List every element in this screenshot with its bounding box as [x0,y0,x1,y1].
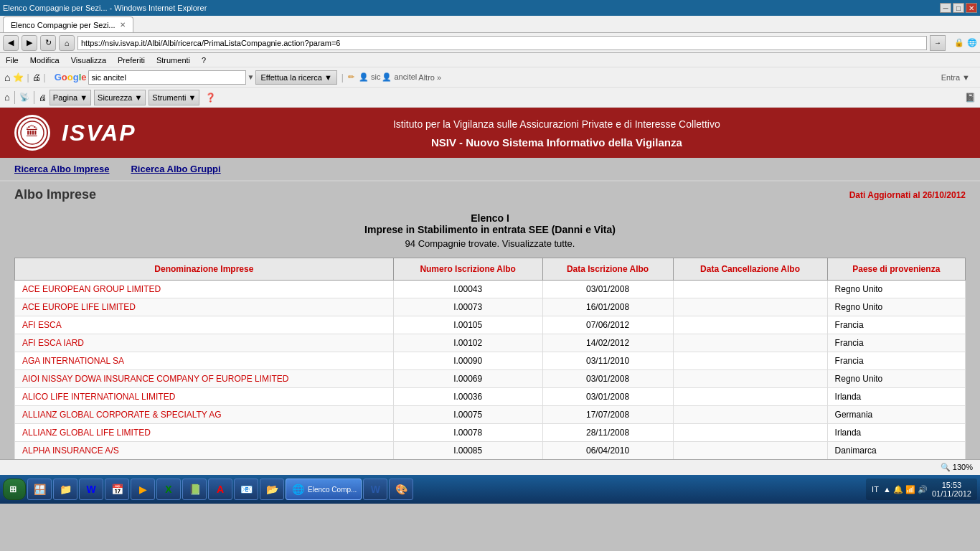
url-input[interactable] [77,36,927,50]
company-name-cell[interactable]: ACE EUROPE LIFE LIMITED [15,298,394,316]
col-header-number: Numero Iscrizione Albo [393,258,542,281]
taskbar-app-explorer[interactable]: 📁 [53,479,77,500]
maximize-button[interactable]: □ [953,3,964,13]
tab-bar: Elenco Compagnie per Sezi... ✕ [0,16,980,33]
company-name-cell[interactable]: ALLIANZ GLOBAL LIFE LIMITED [15,424,394,442]
help-icon[interactable]: ❓ [205,93,216,103]
taskbar-app-paint[interactable]: 🎨 [389,479,413,500]
registration-number-cell: I.00075 [393,406,542,424]
close-button[interactable]: ✕ [966,3,977,13]
tab-close-button[interactable]: ✕ [120,21,126,29]
company-name-cell[interactable]: AFI ESCA [15,316,394,334]
google-search-input[interactable] [88,70,246,85]
go-button[interactable]: → [930,35,946,51]
taskbar-app-windows[interactable]: 🪟 [27,479,52,500]
dropdown-icon[interactable]: ▼ [248,73,255,81]
isvap-title-right: Istituto per la Vigilanza sulle Assicura… [148,117,966,149]
toolbar-print-icon[interactable]: 🖨 [39,93,47,102]
country-cell: Regno Unito [827,298,965,316]
minimize-button[interactable]: ─ [940,3,951,13]
taskbar-app-ie-active[interactable]: 🌐 Elenco Comp... [286,479,362,500]
taskbar-icon-word: W [84,482,98,496]
date-in-cell: 03/01/2008 [542,281,673,298]
table-row: ALLIANZ GLOBAL LIFE LIMITEDI.0007828/11/… [15,424,966,442]
date-out-cell [673,298,827,316]
google-logo: Google [55,72,87,83]
menu-visualizza[interactable]: Visualizza [68,55,109,66]
taskbar-icon-outlook: 📧 [239,482,253,496]
forward-button[interactable]: ▶ [22,35,37,51]
altro-link[interactable]: Altro » [418,73,441,82]
table-row: AGA INTERNATIONAL SAI.0009003/11/2010Fra… [15,352,966,370]
tray-time-value: 15:53 [932,481,971,489]
date-out-cell [673,281,827,298]
date-out-cell [673,316,827,334]
separator2: | [44,72,46,83]
col-header-date-in: Data Iscrizione Albo [542,258,673,281]
taskbar-app-excel2[interactable]: 📗 [182,479,207,500]
date-in-cell: 03/01/2008 [542,388,673,406]
registration-number-cell: I.00085 [393,442,542,460]
tray-clock: 15:53 01/11/2012 [932,481,971,498]
toolbar-sep2 [34,91,34,104]
nav-ricerca-albo-imprese[interactable]: Ricerca Albo Imprese [14,164,109,174]
menu-preferiti[interactable]: Preferiti [115,55,148,66]
company-table: Denominazione Imprese Numero Iscrizione … [14,258,966,459]
table-row: AFI ESCA IARDI.0010214/02/2012Francia [15,334,966,352]
company-name-cell[interactable]: ACE EUROPEAN GROUP LIMITED [15,281,394,298]
home-icon[interactable]: ⌂ [4,72,10,83]
company-name-cell[interactable]: AIOI NISSAY DOWA INSURANCE COMPANY OF EU… [15,370,394,388]
pagina-button[interactable]: Pagina ▼ [50,90,91,105]
country-cell: Regno Unito [827,281,965,298]
date-out-cell [673,388,827,406]
company-name-cell[interactable]: ALLIANZ GLOBAL CORPORATE & SPECIALTY AG [15,406,394,424]
entra-link[interactable]: Entra ▼ [941,73,970,82]
company-name-cell[interactable]: AGA INTERNATIONAL SA [15,352,394,370]
ie-icon: 🌐 [967,38,977,47]
taskbar-icon-paint: 🎨 [394,482,408,496]
taskbar-icon-files: 📂 [265,482,279,496]
taskbar-app-outlook[interactable]: 📧 [234,479,258,500]
start-button[interactable]: ⊞ [3,479,26,500]
notebook-icon[interactable]: 📓 [965,93,976,103]
nav-ricerca-albo-gruppi[interactable]: Ricerca Albo Gruppi [131,164,220,174]
taskbar-app-files[interactable]: 📂 [260,479,284,500]
menu-file[interactable]: File [3,55,22,66]
company-name-cell[interactable]: ALICO LIFE INTERNATIONAL LIMITED [15,388,394,406]
print-icon[interactable]: 🖨 [32,72,41,83]
menu-help[interactable]: ? [199,55,209,66]
separator3: | [341,72,344,83]
taskbar-app-word[interactable]: W [79,479,103,500]
strumenti-button[interactable]: Strumenti ▼ [149,90,199,105]
bookmark-icon[interactable]: ⭐ [13,72,24,83]
taskbar-app-excel[interactable]: X [156,479,181,500]
menu-strumenti[interactable]: Strumenti [154,55,193,66]
ancitel-link[interactable]: 👤 ancitel [382,72,417,82]
taskbar-app-ateco[interactable]: A [208,479,232,500]
registration-number-cell: I.00043 [393,281,542,298]
separator: | [27,72,29,83]
taskbar-app-calendar[interactable]: 📅 [105,479,129,500]
col-header-date-out: Data Cancellazione Albo [673,258,827,281]
refresh-button[interactable]: ↻ [40,35,56,51]
company-name-cell[interactable]: AFI ESCA IARD [15,334,394,352]
sicurezza-button[interactable]: Sicurezza ▼ [94,90,146,105]
taskbar-app-media[interactable]: ▶ [131,479,155,500]
date-out-cell [673,442,827,460]
table-row: AFI ESCAI.0010507/06/2012Francia [15,316,966,334]
sic-link[interactable]: 👤 sic [359,72,381,82]
toolbar-rss-icon[interactable]: 📡 [19,93,29,102]
isvap-emblem: 🏛 [14,115,50,151]
taskbar-app-word2[interactable]: W [363,479,387,500]
active-tab[interactable]: Elenco Compagnie per Sezi... ✕ [3,17,133,32]
tray-icons: ▲ 🔔 📶 🔊 [883,485,928,494]
browser-content: 🏛 ISVAP Istituto per la Vigilanza sulle … [0,108,980,459]
back-button[interactable]: ◀ [3,35,19,51]
menu-modifica[interactable]: Modifica [27,55,62,66]
home-button[interactable]: ⌂ [59,35,75,51]
company-name-cell[interactable]: ALPHA INSURANCE A/S [15,442,394,460]
isvap-header: 🏛 ISVAP Istituto per la Vigilanza sulle … [0,108,980,158]
date-in-cell: 17/07/2008 [542,406,673,424]
search-button[interactable]: Effettua la ricerca ▼ [255,70,336,85]
toolbar-home-icon[interactable]: ⌂ [4,92,10,103]
